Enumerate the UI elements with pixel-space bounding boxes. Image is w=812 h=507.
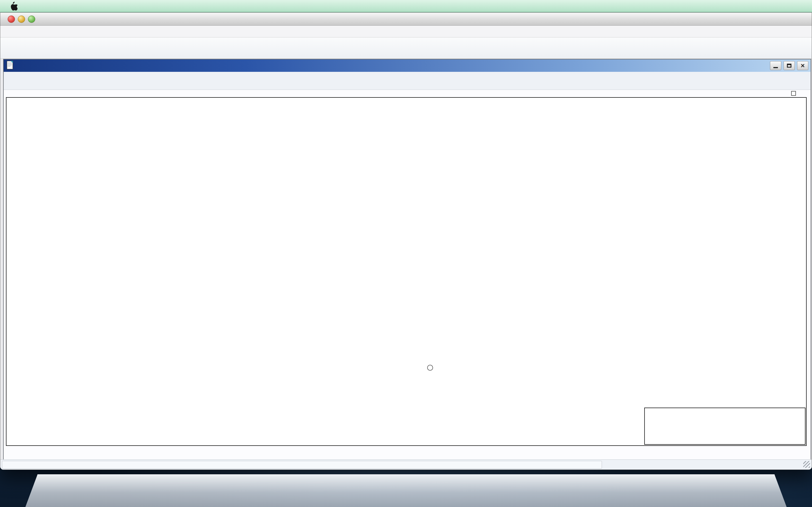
child-toolbar <box>4 72 811 90</box>
main-toolbar <box>0 38 812 59</box>
dock-shelf <box>26 474 786 507</box>
apple-menu-icon[interactable] <box>7 1 18 11</box>
child-window-controls: × <box>770 61 808 70</box>
date-checkbox[interactable] <box>791 91 796 96</box>
zoom-window-button[interactable] <box>28 15 35 23</box>
board-document-window: × <box>3 59 811 460</box>
status-bar <box>0 459 812 469</box>
window-titlebar[interactable] <box>0 13 812 25</box>
board-drawing <box>6 98 806 445</box>
straight-line-radio[interactable] <box>427 365 433 371</box>
status-help-text <box>2 461 602 469</box>
dock <box>26 470 786 507</box>
board-plan-canvas[interactable] <box>6 97 807 446</box>
board-info-box <box>644 407 806 445</box>
straight-line-measurements-control <box>427 365 438 371</box>
document-icon <box>6 61 14 71</box>
child-close-button[interactable]: × <box>797 61 808 70</box>
shape3d-app-window: × <box>0 12 812 470</box>
minimize-window-button[interactable] <box>18 15 25 23</box>
close-window-button[interactable] <box>8 15 15 23</box>
resize-grip-icon[interactable] <box>803 461 810 468</box>
child-maximize-button[interactable] <box>783 61 795 70</box>
app-menu-row <box>0 25 812 38</box>
child-window-titlebar[interactable]: × <box>4 59 811 72</box>
macos-menubar <box>0 0 812 12</box>
child-minimize-button[interactable] <box>770 61 781 70</box>
